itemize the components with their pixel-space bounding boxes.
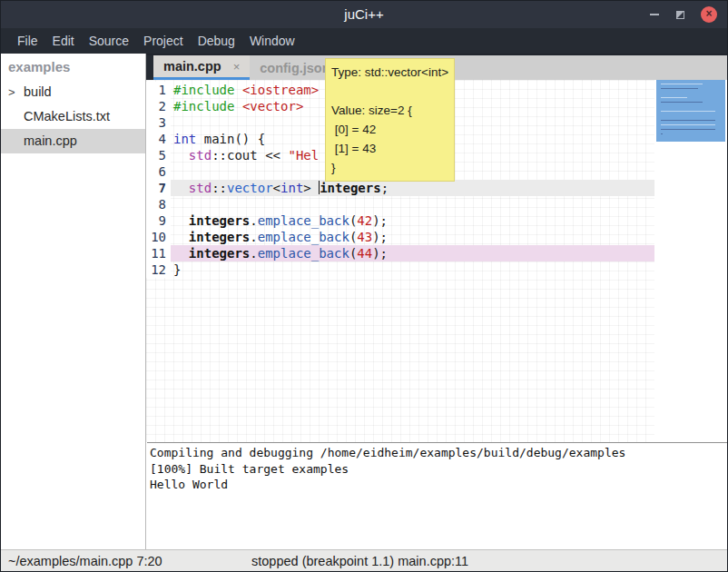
code-token: emplace_back xyxy=(258,213,349,228)
minimap-code-line xyxy=(661,120,715,121)
minimap-code-line xyxy=(661,102,703,103)
close-button[interactable]: × xyxy=(698,1,720,28)
line-number[interactable]: 2 xyxy=(146,98,171,114)
console-line: Compiling and debugging /home/eidheim/ex… xyxy=(150,445,728,461)
sidebar-item-label: CMakeLists.txt xyxy=(24,104,110,129)
window-title: juCi++ xyxy=(1,1,727,28)
code-token xyxy=(173,213,189,228)
sidebar-item-label: build xyxy=(24,80,52,104)
chevron-right-icon[interactable]: > xyxy=(8,80,15,104)
code-token xyxy=(173,246,189,261)
tooltip-line xyxy=(331,82,448,101)
code-token: int xyxy=(173,132,196,146)
code-token: emplace_back xyxy=(258,246,349,261)
tab-close-icon[interactable]: × xyxy=(233,60,241,74)
code-token: int xyxy=(280,181,303,195)
code-token: 43 xyxy=(357,230,372,244)
code-token: . xyxy=(250,246,257,261)
code-token: std xyxy=(189,181,212,195)
output-console[interactable]: Compiling and debugging /home/eidheim/ex… xyxy=(147,442,728,549)
line-number[interactable]: 1 xyxy=(146,82,171,98)
minimap-code-line xyxy=(661,124,715,125)
code-token: <iostream> xyxy=(242,83,319,97)
line-number[interactable]: 10 xyxy=(146,229,171,245)
code-token: > xyxy=(303,181,319,195)
code-token: main() { xyxy=(196,132,265,146)
titlebar[interactable]: juCi++ × xyxy=(1,1,727,28)
minimize-button[interactable] xyxy=(644,1,665,28)
line-number[interactable]: 12 xyxy=(146,261,171,278)
console-line: [100%] Built target examples xyxy=(150,461,728,478)
sidebar-item-main-cpp[interactable]: main.cpp xyxy=(1,129,145,153)
tab-label: config.json xyxy=(260,61,330,75)
line-number[interactable]: 7 xyxy=(146,180,171,196)
line-number[interactable]: 11 xyxy=(146,245,171,261)
code-token: integers xyxy=(189,246,250,261)
code-line[interactable]: 7 std::vector<int> integers; xyxy=(146,180,654,196)
minimize-icon xyxy=(650,14,659,15)
sidebar-item-cmakelists-txt[interactable]: CMakeLists.txt xyxy=(1,104,145,129)
menu-item-source[interactable]: Source xyxy=(82,28,136,54)
code-line[interactable]: 11 integers.emplace_back(44); xyxy=(146,245,654,261)
minimap-viewport[interactable] xyxy=(656,80,725,142)
code-line-text[interactable]: integers.emplace_back(43); xyxy=(171,229,654,245)
code-token: #include xyxy=(173,99,234,113)
code-token: ); xyxy=(372,246,388,261)
code-token xyxy=(234,99,241,113)
line-number[interactable]: 3 xyxy=(146,114,171,131)
sidebar-item-build[interactable]: >build xyxy=(1,80,145,104)
restore-button[interactable] xyxy=(669,1,691,28)
statusbar: ~/examples/main.cpp 7:20 stopped (breakp… xyxy=(1,549,727,572)
code-token: integers xyxy=(189,213,250,228)
menu-item-debug[interactable]: Debug xyxy=(191,28,242,54)
code-token: < xyxy=(273,181,280,195)
line-number[interactable]: 4 xyxy=(146,131,171,147)
close-icon: × xyxy=(701,6,717,23)
code-token: ); xyxy=(372,213,388,228)
menubar: FileEditSourceProjectDebugWindow xyxy=(1,28,727,54)
line-number[interactable]: 6 xyxy=(146,163,171,180)
minimap-code-line xyxy=(661,111,715,112)
line-number[interactable]: 8 xyxy=(146,196,171,212)
tab-main-cpp[interactable]: main.cpp× xyxy=(153,55,250,80)
code-line-text[interactable]: integers.emplace_back(44); xyxy=(171,245,654,261)
code-token: emplace_back xyxy=(258,230,349,244)
code-line-text[interactable] xyxy=(171,196,654,212)
app-window: juCi++ × FileEditSourceProjectDebugWindo… xyxy=(0,0,728,572)
menu-item-project[interactable]: Project xyxy=(136,28,191,54)
code-line-text[interactable]: } xyxy=(171,261,654,278)
code-token: . xyxy=(250,213,257,228)
minimap-code-line xyxy=(661,133,663,134)
code-token: ; xyxy=(381,181,389,195)
project-name: examples xyxy=(1,54,145,80)
minimap[interactable] xyxy=(654,80,728,442)
line-number[interactable]: 5 xyxy=(146,147,171,163)
menu-item-file[interactable]: File xyxy=(10,28,45,54)
code-line[interactable]: 8 xyxy=(146,196,654,212)
tooltip-line: Value: size=2 { xyxy=(331,101,448,120)
tooltip-line: [1] = 43 xyxy=(331,139,448,158)
code-token: 42 xyxy=(357,213,372,228)
minimap-code-line xyxy=(661,97,687,98)
restore-icon xyxy=(676,11,684,19)
line-number[interactable]: 9 xyxy=(146,212,171,229)
tabbar-notch xyxy=(146,55,153,80)
code-token: std xyxy=(189,148,212,163)
code-token xyxy=(173,230,189,244)
code-line[interactable]: 10 integers.emplace_back(43); xyxy=(146,229,654,245)
code-token: ::cout << xyxy=(212,148,288,163)
code-line-text[interactable]: std::vector<int> integers; xyxy=(171,180,654,196)
code-token: :: xyxy=(212,181,227,195)
minimap-code-line xyxy=(661,129,715,130)
code-line[interactable]: 12} xyxy=(146,261,654,278)
tooltip-line: } xyxy=(331,158,448,177)
code-line-text[interactable]: integers.emplace_back(42); xyxy=(171,212,654,229)
code-token: 44 xyxy=(357,246,372,261)
code-token: "Hel xyxy=(288,148,319,163)
tab-label: main.cpp xyxy=(163,59,221,74)
code-line[interactable]: 9 integers.emplace_back(42); xyxy=(146,212,654,229)
console-line: Hello World xyxy=(150,477,728,493)
menu-item-edit[interactable]: Edit xyxy=(45,28,82,54)
menu-item-window[interactable]: Window xyxy=(242,28,302,54)
code-token xyxy=(234,83,241,97)
